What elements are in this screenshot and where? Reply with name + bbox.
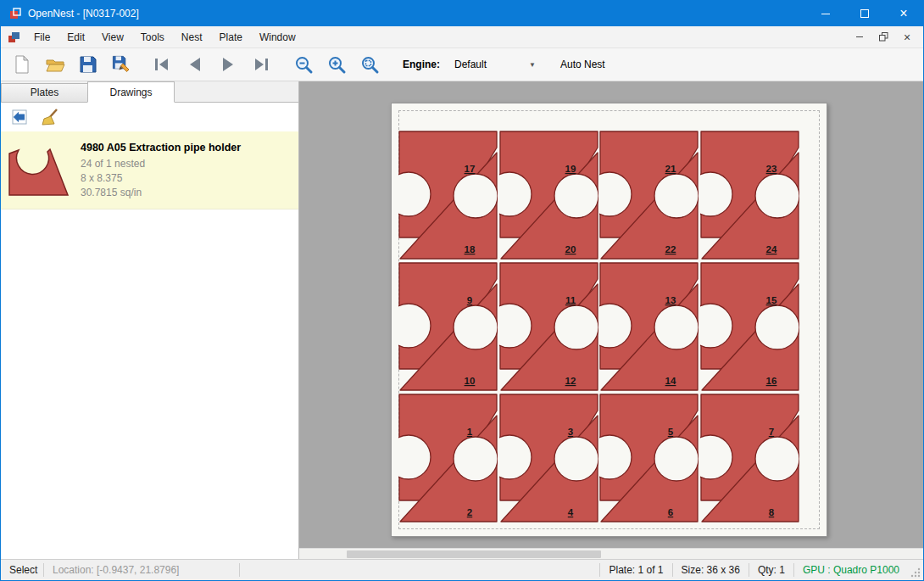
open-button[interactable] <box>41 51 70 78</box>
menu-item-nest[interactable]: Nest <box>173 26 211 47</box>
nest-plate[interactable]: 171819202122232491011121314151612345678 <box>391 103 827 537</box>
status-bar: Select Location: [-0.9437, 21.8796] Plat… <box>1 559 923 580</box>
menu-item-window[interactable]: Window <box>251 26 304 47</box>
nav-next-icon <box>217 54 239 75</box>
clean-broom-button[interactable] <box>38 106 62 128</box>
nest-pair[interactable]: 1920 <box>499 131 598 260</box>
title-bar[interactable]: OpenNest - [N0317-002] × <box>1 1 923 26</box>
nest-pair[interactable]: 1314 <box>599 262 699 391</box>
part-number: 18 <box>465 244 476 254</box>
resize-grip[interactable] <box>908 560 923 580</box>
new-file-icon <box>12 54 32 75</box>
status-location: Location: [-0.9437, 21.8796] <box>44 564 239 576</box>
drawing-size: 8 x 8.375 <box>81 171 241 186</box>
mdi-window-icon[interactable] <box>8 31 20 43</box>
save-button[interactable] <box>74 51 103 78</box>
drawing-list-item[interactable]: 4980 A05 Extraction pipe holder 24 of 1 … <box>1 131 298 209</box>
part-number: 10 <box>465 376 476 386</box>
left-panel: Plates Drawings 4980 A05 Extraction pipe… <box>1 81 299 559</box>
zoom-window-icon <box>359 54 380 75</box>
flip-part-icon <box>10 108 29 126</box>
part-notch-cutout <box>554 305 598 349</box>
zoom-in-button[interactable] <box>322 51 351 78</box>
menu-item-edit[interactable]: Edit <box>58 26 93 47</box>
nest-canvas[interactable]: 171819202122232491011121314151612345678 <box>299 81 923 559</box>
new-button[interactable] <box>8 51 36 78</box>
menu-item-file[interactable]: File <box>25 26 58 47</box>
nest-pair[interactable]: 1718 <box>398 131 498 260</box>
menu-item-view[interactable]: View <box>93 26 132 47</box>
panel-toolbar <box>1 103 298 131</box>
nav-first-icon <box>151 54 173 75</box>
nest-pair[interactable]: 78 <box>700 394 799 522</box>
part-notch-cutout <box>755 174 799 218</box>
maximize-button[interactable] <box>845 1 884 26</box>
nav-next-button[interactable] <box>214 51 242 78</box>
nest-pair[interactable]: 2122 <box>599 131 699 260</box>
main-toolbar: Engine: Default ▼ Auto Nest <box>1 48 923 81</box>
part-number: 22 <box>665 244 676 254</box>
mdi-restore-button[interactable] <box>872 29 894 46</box>
part-notch-cutout <box>454 174 498 218</box>
part-notch-cutout <box>654 174 699 218</box>
mdi-restore-icon <box>879 32 888 42</box>
main-area: Plates Drawings 4980 A05 Extraction pipe… <box>1 81 923 559</box>
save-icon <box>78 54 98 75</box>
nest-pair[interactable]: 56 <box>599 394 699 522</box>
menu-item-tools[interactable]: Tools <box>132 26 173 47</box>
engine-select[interactable]: Default ▼ <box>451 56 539 73</box>
part-number: 1 <box>467 427 473 437</box>
part-number: 5 <box>668 427 674 437</box>
mdi-close-button[interactable]: × <box>896 29 918 46</box>
horizontal-scrollbar[interactable] <box>299 548 923 559</box>
status-plate: Plate: 1 of 1 <box>600 564 671 576</box>
zoom-window-button[interactable] <box>355 51 384 78</box>
nest-pair[interactable]: 1112 <box>499 262 598 391</box>
save-as-icon <box>111 54 131 75</box>
zoom-out-button[interactable] <box>289 51 318 78</box>
nav-last-button[interactable] <box>247 51 276 78</box>
nest-pair[interactable]: 2324 <box>700 131 799 260</box>
engine-value: Default <box>454 59 529 70</box>
nav-first-button[interactable] <box>148 51 176 78</box>
part-notch-cutout <box>554 437 598 481</box>
part-number: 14 <box>665 376 676 386</box>
mdi-minimize-button[interactable] <box>849 29 871 46</box>
minimize-button[interactable] <box>806 1 845 26</box>
part-notch-cutout <box>755 437 799 481</box>
part-notch-cutout <box>654 305 699 349</box>
maximize-icon <box>860 9 869 18</box>
tab-plates[interactable]: Plates <box>1 83 88 102</box>
save-as-button[interactable] <box>107 51 136 78</box>
part-number: 15 <box>765 295 776 305</box>
nest-pair[interactable]: 12 <box>398 394 498 522</box>
nest-pair[interactable]: 34 <box>499 394 598 522</box>
nest-pair[interactable]: 1516 <box>700 262 799 391</box>
open-folder-icon <box>45 54 65 75</box>
part-notch-cutout <box>454 305 498 349</box>
part-number: 11 <box>565 295 576 305</box>
nest-pair[interactable]: 910 <box>398 262 498 391</box>
tab-drawings[interactable]: Drawings <box>87 81 175 103</box>
part-number: 21 <box>665 164 676 174</box>
app-icon <box>9 8 21 20</box>
flip-part-button[interactable] <box>8 106 31 128</box>
auto-nest-button[interactable]: Auto Nest <box>555 55 610 74</box>
window-title: OpenNest - [N0317-002] <box>28 8 139 20</box>
part-number: 2 <box>467 507 472 517</box>
part-number: 16 <box>765 376 776 386</box>
zoom-in-icon <box>326 54 347 75</box>
mdi-close-icon: × <box>904 31 910 43</box>
resize-grip-icon <box>910 567 921 578</box>
nav-prev-button[interactable] <box>181 51 209 78</box>
close-button[interactable]: × <box>884 1 923 26</box>
menu-item-plate[interactable]: Plate <box>211 26 251 47</box>
status-separator <box>239 563 240 577</box>
part-number: 20 <box>565 244 576 254</box>
scrollbar-thumb[interactable] <box>347 550 601 558</box>
part-notch-cutout <box>755 305 799 349</box>
drawing-area: 30.7815 sq/in <box>81 186 241 200</box>
status-qty: Qty: 1 <box>749 564 793 576</box>
part-notch-cutout <box>554 174 598 218</box>
part-number: 12 <box>565 376 576 386</box>
